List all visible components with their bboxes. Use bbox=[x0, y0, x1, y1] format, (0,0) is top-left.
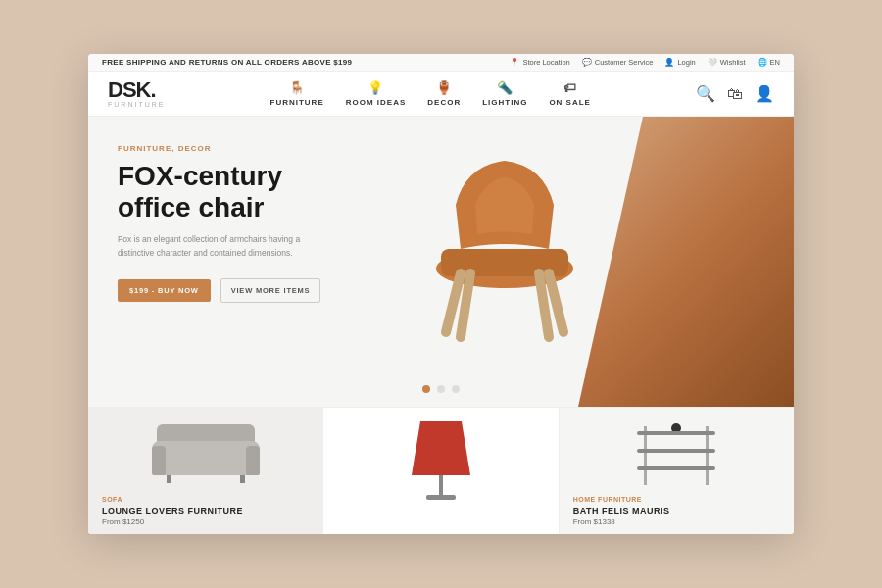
globe-icon: 🌐 bbox=[758, 58, 767, 67]
hero-content: FURNITURE, DECOR FOX-century office chai… bbox=[118, 144, 333, 303]
shelf-level-3 bbox=[637, 466, 715, 470]
sofa-price: From $1250 bbox=[102, 517, 309, 526]
on-sale-label: ON SALE bbox=[549, 98, 591, 107]
shipping-notice: FREE SHIPPING AND RETURNS ON ALL ORDERS … bbox=[102, 58, 352, 67]
view-more-button[interactable]: VIEW MORE ITEMS bbox=[220, 278, 321, 303]
nav-right: 🔍 🛍 👤 bbox=[696, 84, 774, 103]
location-icon: 📍 bbox=[510, 58, 519, 67]
hero-description: Fox is an elegant collection of armchair… bbox=[118, 233, 304, 260]
nav-item-on-sale[interactable]: 🏷 ON SALE bbox=[549, 80, 591, 107]
lamp-info bbox=[323, 515, 558, 534]
dot-2[interactable] bbox=[437, 385, 445, 393]
nav-bar: DSK. FURNITURE 🪑 FURNITURE 💡 ROOM IDEAS … bbox=[88, 72, 794, 117]
sofa-arm-right bbox=[246, 446, 260, 475]
browser-window: FREE SHIPPING AND RETURNS ON ALL ORDERS … bbox=[88, 54, 794, 534]
search-button[interactable]: 🔍 bbox=[696, 84, 715, 103]
product-row: SOFA LOUNGE LOVERS FURNITURE From $1250 bbox=[88, 407, 794, 534]
sofa-info: SOFA LOUNGE LOVERS FURNITURE From $1250 bbox=[88, 488, 322, 534]
sofa-leg-left bbox=[167, 475, 172, 483]
hero-background-shape bbox=[578, 117, 794, 407]
sofa-shape bbox=[152, 421, 260, 475]
hero-tag: FURNITURE, DECOR bbox=[118, 144, 333, 153]
bath-category: HOME FURNITURE bbox=[573, 496, 780, 503]
bath-info: HOME FURNITURE BATH FELIS MAURIS From $1… bbox=[560, 488, 794, 534]
bath-price: From $1338 bbox=[573, 517, 780, 526]
sofa-name: LOUNGE LOVERS FURNITURE bbox=[102, 506, 309, 515]
hero-image bbox=[353, 117, 794, 407]
sofa-arm-left bbox=[152, 446, 166, 475]
decor-label: DECOR bbox=[427, 98, 461, 107]
lamp-shade bbox=[412, 421, 470, 475]
logo-subtitle: FURNITURE bbox=[108, 101, 165, 108]
shelf-pole-left bbox=[644, 426, 647, 485]
sale-icon: 🏷 bbox=[564, 80, 577, 95]
buy-now-button[interactable]: $199 - BUY NOW bbox=[118, 279, 211, 302]
hero-section: FURNITURE, DECOR FOX-century office chai… bbox=[88, 117, 794, 407]
shelf-shape bbox=[632, 421, 720, 490]
store-location-link[interactable]: 📍 Store Location bbox=[510, 58, 569, 67]
shipping-detail: ON ALL ORDERS ABOVE $199 bbox=[231, 58, 352, 67]
decor-icon: 🏺 bbox=[436, 80, 453, 95]
logo-text: DSK. bbox=[108, 79, 165, 101]
dot-3[interactable] bbox=[452, 385, 460, 393]
nav-item-room-ideas[interactable]: 💡 ROOM IDEAS bbox=[346, 80, 407, 107]
chair-svg bbox=[407, 126, 603, 352]
logo[interactable]: DSK. FURNITURE bbox=[108, 79, 165, 108]
hero-buttons: $199 - BUY NOW VIEW MORE ITEMS bbox=[118, 278, 333, 303]
hero-dots bbox=[422, 385, 460, 393]
lighting-icon: 🔦 bbox=[497, 80, 514, 95]
language-link[interactable]: 🌐 EN bbox=[758, 58, 780, 67]
lamp-shape bbox=[412, 421, 470, 500]
room-ideas-icon: 💡 bbox=[368, 80, 384, 95]
bath-name: BATH FELIS MAURIS bbox=[573, 506, 780, 515]
shelf-level-2 bbox=[637, 449, 715, 453]
sofa-leg-right bbox=[240, 475, 245, 483]
login-link[interactable]: 👤 Login bbox=[664, 58, 695, 67]
product-card-lamp[interactable] bbox=[323, 408, 559, 534]
hero-title: FOX-century office chair bbox=[118, 161, 333, 223]
heart-icon: 🤍 bbox=[708, 58, 717, 67]
lamp-base bbox=[426, 495, 456, 500]
shelf-pole-right bbox=[706, 426, 709, 485]
nav-links: 🪑 FURNITURE 💡 ROOM IDEAS 🏺 DECOR 🔦 LIGHT… bbox=[270, 80, 591, 107]
account-button[interactable]: 👤 bbox=[755, 84, 774, 103]
lighting-label: LIGHTING bbox=[482, 98, 527, 107]
chat-icon: 💬 bbox=[582, 58, 592, 67]
lamp-pole bbox=[439, 475, 443, 495]
sofa-category: SOFA bbox=[102, 496, 309, 503]
customer-service-link[interactable]: 💬 Customer Service bbox=[582, 58, 654, 67]
login-label: Login bbox=[677, 58, 695, 67]
dot-1[interactable] bbox=[422, 385, 430, 393]
cart-button[interactable]: 🛍 bbox=[727, 85, 743, 103]
shipping-bold: FREE SHIPPING AND RETURNS bbox=[102, 58, 228, 67]
user-icon: 👤 bbox=[664, 58, 674, 67]
product-card-bath[interactable]: HOME FURNITURE BATH FELIS MAURIS From $1… bbox=[560, 408, 794, 534]
wishlist-link[interactable]: 🤍 Wishlist bbox=[708, 58, 746, 67]
top-bar: FREE SHIPPING AND RETURNS ON ALL ORDERS … bbox=[88, 54, 794, 72]
language-label: EN bbox=[770, 58, 780, 67]
sofa-body bbox=[152, 441, 260, 475]
shelf-level-1 bbox=[637, 431, 715, 435]
furniture-label: FURNITURE bbox=[270, 98, 324, 107]
lamp-image-area bbox=[323, 408, 558, 529]
nav-item-lighting[interactable]: 🔦 LIGHTING bbox=[482, 80, 527, 107]
nav-item-decor[interactable]: 🏺 DECOR bbox=[427, 80, 461, 107]
nav-item-furniture[interactable]: 🪑 FURNITURE bbox=[270, 80, 324, 107]
top-bar-right: 📍 Store Location 💬 Customer Service 👤 Lo… bbox=[510, 58, 780, 67]
store-location-label: Store Location bbox=[522, 58, 569, 67]
wishlist-label: Wishlist bbox=[720, 58, 746, 67]
customer-service-label: Customer Service bbox=[595, 58, 654, 67]
room-ideas-label: ROOM IDEAS bbox=[346, 98, 407, 107]
product-card-sofa[interactable]: SOFA LOUNGE LOVERS FURNITURE From $1250 bbox=[88, 408, 323, 534]
furniture-icon: 🪑 bbox=[289, 80, 306, 95]
